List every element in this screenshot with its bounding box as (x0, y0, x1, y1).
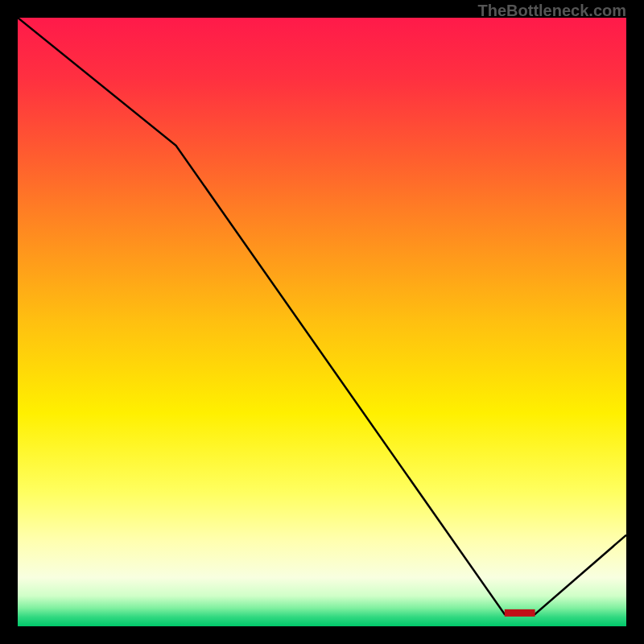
minimum-marker (505, 609, 535, 617)
chart-plot-area (18, 18, 626, 626)
chart-background (18, 18, 626, 626)
watermark-text: TheBottleneck.com (478, 2, 626, 20)
chart-svg (18, 18, 626, 626)
